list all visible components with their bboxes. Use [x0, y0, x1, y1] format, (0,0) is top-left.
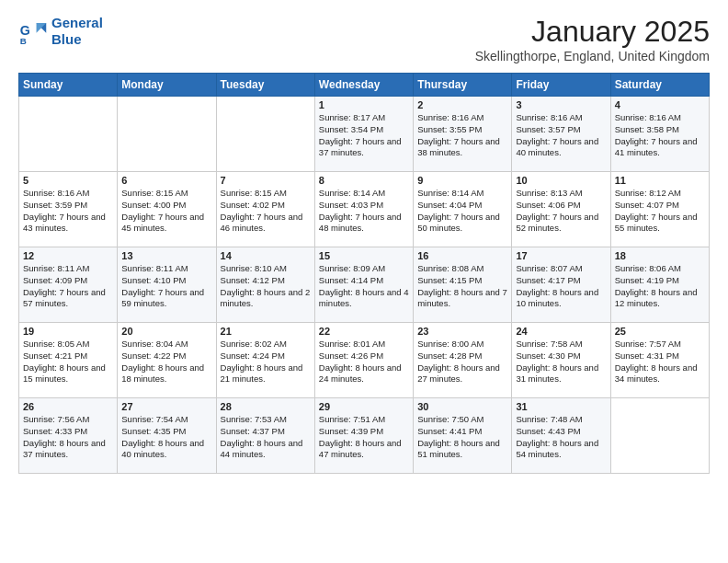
- day-info: Sunrise: 8:11 AM Sunset: 4:10 PM Dayligh…: [121, 263, 211, 310]
- calendar-cell: 14Sunrise: 8:10 AM Sunset: 4:12 PM Dayli…: [216, 247, 314, 323]
- calendar-cell: 12Sunrise: 8:11 AM Sunset: 4:09 PM Dayli…: [19, 247, 118, 323]
- col-header-tuesday: Tuesday: [216, 74, 314, 97]
- day-number: 25: [615, 326, 705, 337]
- day-info: Sunrise: 7:51 AM Sunset: 4:39 PM Dayligh…: [319, 414, 409, 461]
- calendar-cell: 19Sunrise: 8:05 AM Sunset: 4:21 PM Dayli…: [19, 323, 118, 398]
- calendar-cell: 9Sunrise: 8:14 AM Sunset: 4:04 PM Daylig…: [414, 172, 512, 247]
- col-header-friday: Friday: [512, 74, 610, 97]
- title-block: January 2025 Skellingthorpe, England, Un…: [475, 15, 710, 63]
- day-info: Sunrise: 8:05 AM Sunset: 4:21 PM Dayligh…: [23, 339, 113, 385]
- calendar-cell: 17Sunrise: 8:07 AM Sunset: 4:17 PM Dayli…: [512, 247, 610, 323]
- day-info: Sunrise: 8:14 AM Sunset: 4:04 PM Dayligh…: [417, 188, 507, 235]
- day-number: 22: [319, 326, 409, 337]
- col-header-sunday: Sunday: [19, 74, 118, 97]
- day-number: 29: [319, 401, 409, 412]
- calendar-cell: [118, 97, 216, 172]
- calendar-cell: 28Sunrise: 7:53 AM Sunset: 4:37 PM Dayli…: [216, 398, 314, 474]
- day-info: Sunrise: 8:16 AM Sunset: 3:57 PM Dayligh…: [516, 112, 606, 159]
- page-header: G B General Blue January 2025 Skellingth…: [18, 15, 710, 63]
- col-header-monday: Monday: [118, 74, 216, 97]
- day-info: Sunrise: 8:12 AM Sunset: 4:07 PM Dayligh…: [615, 188, 705, 235]
- day-info: Sunrise: 8:15 AM Sunset: 4:00 PM Dayligh…: [121, 188, 211, 235]
- logo-icon: G B: [18, 17, 48, 46]
- calendar-cell: 24Sunrise: 7:58 AM Sunset: 4:30 PM Dayli…: [512, 323, 610, 398]
- day-number: 17: [516, 250, 606, 261]
- day-info: Sunrise: 7:56 AM Sunset: 4:33 PM Dayligh…: [23, 414, 113, 461]
- day-number: 18: [615, 250, 705, 261]
- day-info: Sunrise: 8:16 AM Sunset: 3:59 PM Dayligh…: [23, 188, 113, 235]
- calendar-cell: 26Sunrise: 7:56 AM Sunset: 4:33 PM Dayli…: [19, 398, 118, 474]
- day-number: 11: [615, 175, 705, 186]
- day-number: 20: [121, 326, 211, 337]
- calendar-cell: 18Sunrise: 8:06 AM Sunset: 4:19 PM Dayli…: [610, 247, 709, 323]
- calendar-cell: 31Sunrise: 7:48 AM Sunset: 4:43 PM Dayli…: [512, 398, 610, 474]
- day-info: Sunrise: 8:14 AM Sunset: 4:03 PM Dayligh…: [319, 188, 409, 235]
- calendar-cell: 16Sunrise: 8:08 AM Sunset: 4:15 PM Dayli…: [414, 247, 512, 323]
- day-number: 7: [221, 175, 311, 186]
- calendar-cell: 2Sunrise: 8:16 AM Sunset: 3:55 PM Daylig…: [414, 97, 512, 172]
- month-title: January 2025: [475, 15, 710, 49]
- calendar-cell: 13Sunrise: 8:11 AM Sunset: 4:10 PM Dayli…: [118, 247, 216, 323]
- day-info: Sunrise: 7:50 AM Sunset: 4:41 PM Dayligh…: [417, 414, 507, 461]
- day-info: Sunrise: 7:58 AM Sunset: 4:30 PM Dayligh…: [516, 339, 606, 385]
- day-info: Sunrise: 8:06 AM Sunset: 4:19 PM Dayligh…: [615, 263, 705, 310]
- day-info: Sunrise: 7:54 AM Sunset: 4:35 PM Dayligh…: [121, 414, 211, 461]
- day-number: 14: [221, 250, 311, 261]
- calendar-cell: 21Sunrise: 8:02 AM Sunset: 4:24 PM Dayli…: [216, 323, 314, 398]
- day-number: 12: [23, 250, 113, 261]
- calendar-cell: 25Sunrise: 7:57 AM Sunset: 4:31 PM Dayli…: [610, 323, 709, 398]
- day-number: 4: [615, 99, 705, 110]
- calendar-cell: 15Sunrise: 8:09 AM Sunset: 4:14 PM Dayli…: [314, 247, 413, 323]
- day-number: 31: [516, 401, 606, 412]
- calendar-cell: 3Sunrise: 8:16 AM Sunset: 3:57 PM Daylig…: [512, 97, 610, 172]
- calendar-cell: 10Sunrise: 8:13 AM Sunset: 4:06 PM Dayli…: [512, 172, 610, 247]
- calendar-cell: 8Sunrise: 8:14 AM Sunset: 4:03 PM Daylig…: [314, 172, 413, 247]
- day-info: Sunrise: 8:13 AM Sunset: 4:06 PM Dayligh…: [516, 188, 606, 235]
- calendar-cell: 5Sunrise: 8:16 AM Sunset: 3:59 PM Daylig…: [19, 172, 118, 247]
- day-info: Sunrise: 8:04 AM Sunset: 4:22 PM Dayligh…: [121, 339, 211, 385]
- day-number: 5: [23, 175, 113, 186]
- day-number: 27: [121, 401, 211, 412]
- day-number: 13: [121, 250, 211, 261]
- day-number: 8: [319, 175, 409, 186]
- day-number: 2: [417, 99, 507, 110]
- calendar-cell: 4Sunrise: 8:16 AM Sunset: 3:58 PM Daylig…: [610, 97, 709, 172]
- calendar-cell: 27Sunrise: 7:54 AM Sunset: 4:35 PM Dayli…: [118, 398, 216, 474]
- day-info: Sunrise: 8:16 AM Sunset: 3:55 PM Dayligh…: [417, 112, 507, 159]
- logo-text: General Blue: [51, 15, 103, 48]
- calendar-cell: 7Sunrise: 8:15 AM Sunset: 4:02 PM Daylig…: [216, 172, 314, 247]
- location: Skellingthorpe, England, United Kingdom: [475, 49, 710, 63]
- day-info: Sunrise: 8:08 AM Sunset: 4:15 PM Dayligh…: [417, 263, 507, 310]
- calendar-cell: 1Sunrise: 8:17 AM Sunset: 3:54 PM Daylig…: [314, 97, 413, 172]
- logo: G B General Blue: [18, 15, 103, 48]
- calendar-cell: [216, 97, 314, 172]
- day-number: 23: [417, 326, 507, 337]
- day-info: Sunrise: 8:11 AM Sunset: 4:09 PM Dayligh…: [23, 263, 113, 310]
- calendar-cell: [610, 398, 709, 474]
- day-number: 21: [221, 326, 311, 337]
- calendar-cell: 29Sunrise: 7:51 AM Sunset: 4:39 PM Dayli…: [314, 398, 413, 474]
- col-header-wednesday: Wednesday: [314, 74, 413, 97]
- col-header-saturday: Saturday: [610, 74, 709, 97]
- day-number: 1: [319, 99, 409, 110]
- day-info: Sunrise: 8:02 AM Sunset: 4:24 PM Dayligh…: [221, 339, 311, 385]
- calendar-cell: 22Sunrise: 8:01 AM Sunset: 4:26 PM Dayli…: [314, 323, 413, 398]
- day-info: Sunrise: 8:01 AM Sunset: 4:26 PM Dayligh…: [319, 339, 409, 385]
- day-number: 6: [121, 175, 211, 186]
- calendar-table: SundayMondayTuesdayWednesdayThursdayFrid…: [18, 73, 710, 474]
- day-number: 10: [516, 175, 606, 186]
- calendar-cell: 6Sunrise: 8:15 AM Sunset: 4:00 PM Daylig…: [118, 172, 216, 247]
- col-header-thursday: Thursday: [414, 74, 512, 97]
- calendar-cell: 11Sunrise: 8:12 AM Sunset: 4:07 PM Dayli…: [610, 172, 709, 247]
- svg-text:B: B: [20, 36, 27, 46]
- day-info: Sunrise: 7:57 AM Sunset: 4:31 PM Dayligh…: [615, 339, 705, 385]
- day-info: Sunrise: 8:09 AM Sunset: 4:14 PM Dayligh…: [319, 263, 409, 310]
- day-number: 16: [417, 250, 507, 261]
- day-info: Sunrise: 8:17 AM Sunset: 3:54 PM Dayligh…: [319, 112, 409, 159]
- day-info: Sunrise: 8:16 AM Sunset: 3:58 PM Dayligh…: [615, 112, 705, 159]
- day-number: 9: [417, 175, 507, 186]
- calendar-cell: 30Sunrise: 7:50 AM Sunset: 4:41 PM Dayli…: [414, 398, 512, 474]
- day-number: 24: [516, 326, 606, 337]
- day-info: Sunrise: 8:07 AM Sunset: 4:17 PM Dayligh…: [516, 263, 606, 310]
- calendar-cell: 23Sunrise: 8:00 AM Sunset: 4:28 PM Dayli…: [414, 323, 512, 398]
